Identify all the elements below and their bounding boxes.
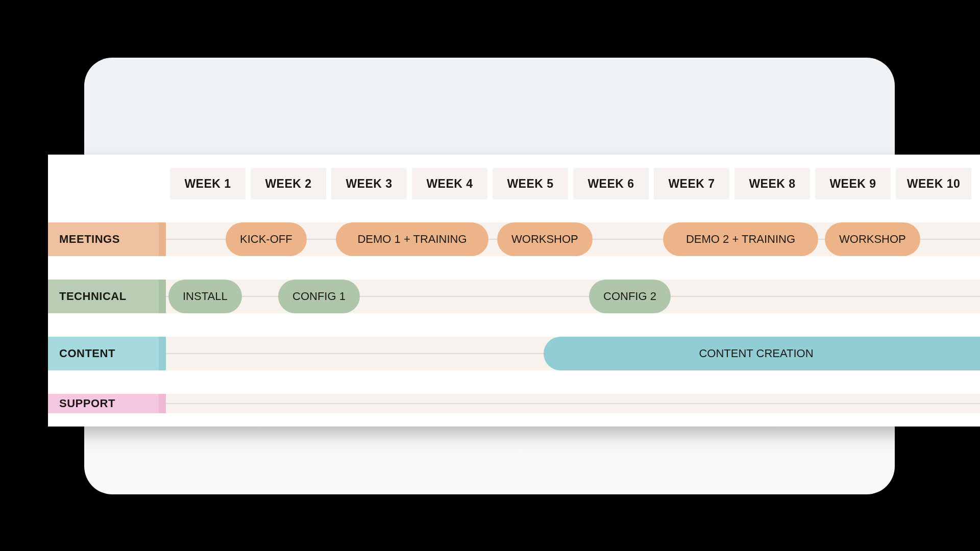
lane-label-meetings: MEETINGS bbox=[48, 222, 159, 256]
pill-demo1-training[interactable]: DEMO 1 + TRAINING bbox=[336, 222, 488, 256]
pill-demo2-training[interactable]: DEMO 2 + TRAINING bbox=[663, 222, 818, 256]
lane-label-content: CONTENT bbox=[48, 337, 159, 370]
week-header: WEEK 4 bbox=[412, 168, 487, 199]
pill-config2[interactable]: CONFIG 2 bbox=[589, 280, 671, 313]
week-header: WEEK 8 bbox=[734, 168, 810, 199]
pill-install[interactable]: INSTALL bbox=[168, 280, 242, 313]
lane-meetings: MEETINGS KICK-OFF DEMO 1 + TRAINING WORK… bbox=[48, 222, 980, 256]
week-header: WEEK 1 bbox=[170, 168, 246, 199]
lane-support: SUPPORT bbox=[48, 394, 980, 413]
week-header: WEEK 10 bbox=[896, 168, 971, 199]
week-header: WEEK 6 bbox=[573, 168, 649, 199]
weeks-header-row: WEEK 1 WEEK 2 WEEK 3 WEEK 4 WEEK 5 WEEK … bbox=[170, 168, 980, 199]
week-header: WEEK 3 bbox=[331, 168, 407, 199]
lane-midline bbox=[165, 403, 980, 404]
pill-kickoff[interactable]: KICK-OFF bbox=[226, 222, 307, 256]
pill-workshop-1[interactable]: WORKSHOP bbox=[497, 222, 593, 256]
lane-content: CONTENT CONTENT CREATION bbox=[48, 337, 980, 370]
lane-label-technical: TECHNICAL bbox=[48, 280, 159, 313]
lane-label-support: SUPPORT bbox=[48, 394, 159, 413]
pill-workshop-2[interactable]: WORKSHOP bbox=[825, 222, 920, 256]
lane-technical: TECHNICAL INSTALL CONFIG 1 CONFIG 2 bbox=[48, 280, 980, 313]
week-header: WEEK 7 bbox=[654, 168, 729, 199]
pill-config1[interactable]: CONFIG 1 bbox=[278, 280, 360, 313]
week-header: WEEK 2 bbox=[251, 168, 326, 199]
week-header: WEEK 9 bbox=[815, 168, 891, 199]
pill-content-creation[interactable]: CONTENT CREATION bbox=[544, 337, 980, 370]
week-header: WEEK 5 bbox=[493, 168, 568, 199]
gantt-panel: WEEK 1 WEEK 2 WEEK 3 WEEK 4 WEEK 5 WEEK … bbox=[48, 155, 980, 427]
